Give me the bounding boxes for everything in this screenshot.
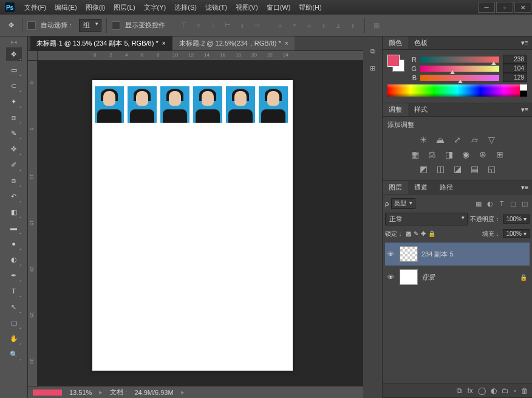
photo-filter-icon[interactable]: ◉ [460, 149, 472, 160]
add-mask-icon[interactable]: ◯ [478, 386, 486, 395]
auto-align-icon[interactable]: ▦ [370, 19, 383, 32]
align-hcenter-icon[interactable]: ⫮ [236, 19, 249, 32]
menu-file[interactable]: 文件(F) [21, 2, 50, 13]
tab-styles[interactable]: 样式 [408, 103, 434, 116]
pen-tool[interactable]: ✒ [6, 269, 22, 282]
posterize-icon[interactable]: ◫ [434, 163, 446, 174]
close-tab-icon[interactable]: × [285, 40, 288, 47]
history-panel-icon[interactable]: ⧉ [364, 44, 381, 58]
document-tab-2[interactable]: 未标题-2 @ 12.5%(234，RGB/8) *× [173, 36, 295, 50]
curves-icon[interactable]: ⤢ [451, 134, 463, 145]
threshold-icon[interactable]: ◪ [451, 163, 463, 174]
delete-layer-icon[interactable]: 🗑 [521, 386, 528, 395]
document-tab-1[interactable]: 未标题-1 @ 13.5% (234 副本 5, RGB/8) *× [30, 36, 172, 50]
exposure-icon[interactable]: ▱ [468, 134, 480, 145]
layer-item[interactable]: 👁 234 副本 5 [385, 242, 530, 266]
brush-tool[interactable]: ✐ [6, 158, 22, 171]
path-tool[interactable]: ↖ [6, 300, 22, 314]
dist-hcenter-icon[interactable]: ⫫ [332, 19, 345, 32]
auto-select-dropdown[interactable]: 组 [79, 19, 101, 32]
fill-value[interactable]: 100%▾ [503, 229, 530, 238]
tab-swatches[interactable]: 色板 [408, 36, 434, 49]
bw-icon[interactable]: ◨ [443, 149, 455, 160]
history-brush-tool[interactable]: ↶ [6, 190, 22, 203]
layer-style-icon[interactable]: fx [467, 386, 472, 395]
document-canvas[interactable] [92, 80, 293, 371]
menu-layer[interactable]: 图层(L) [110, 2, 138, 13]
lock-position-icon[interactable]: ✥ [421, 230, 426, 237]
blend-mode-dropdown[interactable]: 正常 [385, 213, 468, 225]
tab-color[interactable]: 颜色 [383, 36, 408, 49]
filter-adjust-icon[interactable]: ◐ [485, 199, 495, 208]
zoom-tool[interactable]: 🔍 [6, 348, 22, 361]
move-tool[interactable]: ✥ [6, 47, 22, 61]
align-top-icon[interactable]: ⊤ [177, 19, 191, 32]
menu-window[interactable]: 窗口(W) [263, 2, 295, 13]
g-value[interactable]: 104 [503, 64, 527, 73]
gradient-map-icon[interactable]: ▤ [468, 163, 480, 174]
selective-icon[interactable]: ◱ [485, 163, 497, 174]
balance-icon[interactable]: ⚖ [426, 149, 438, 160]
menu-filter[interactable]: 滤镜(T) [202, 2, 231, 13]
menu-help[interactable]: 帮助(H) [295, 2, 325, 13]
dodge-tool[interactable]: ◐ [6, 253, 22, 266]
minimize-button[interactable]: ─ [478, 2, 495, 13]
properties-panel-icon[interactable]: ⊞ [364, 61, 381, 75]
new-group-icon[interactable]: 🗀 [502, 386, 509, 395]
auto-select-checkbox[interactable] [27, 21, 36, 30]
gradient-tool[interactable]: ▬ [6, 221, 22, 235]
dist-top-icon[interactable]: ⫨ [273, 19, 287, 32]
tab-paths[interactable]: 路径 [434, 181, 459, 194]
zoom-level[interactable]: 13.51% [69, 389, 92, 396]
menu-image[interactable]: 图像(I) [82, 2, 109, 13]
lock-all-icon[interactable]: 🔒 [428, 230, 435, 237]
visibility-toggle-icon[interactable]: 👁 [387, 273, 396, 281]
mixer-icon[interactable]: ⊛ [477, 149, 489, 160]
b-value[interactable]: 129 [503, 73, 527, 82]
layer-name[interactable]: 234 副本 5 [421, 250, 527, 259]
tab-adjustments[interactable]: 调整 [383, 103, 408, 116]
hue-icon[interactable]: ▦ [409, 149, 421, 160]
ruler-vertical[interactable]: 0 5 10 15 20 25 30 [28, 61, 38, 386]
lut-icon[interactable]: ⊞ [494, 149, 506, 160]
filter-smart-icon[interactable]: ◫ [520, 199, 530, 208]
tab-layers[interactable]: 图层 [383, 181, 408, 194]
g-slider[interactable] [420, 66, 499, 72]
lock-transparent-icon[interactable]: ▩ [406, 230, 411, 237]
align-bottom-icon[interactable]: ⊥ [206, 19, 220, 32]
invert-icon[interactable]: ◩ [417, 163, 429, 174]
menu-view[interactable]: 视图(V) [232, 2, 262, 13]
panel-menu-icon[interactable]: ▾≡ [517, 39, 532, 47]
fg-color-swatch[interactable] [387, 55, 400, 67]
filter-shape-icon[interactable]: ▢ [508, 199, 518, 208]
menu-select[interactable]: 选择(S) [171, 2, 200, 13]
dist-left-icon[interactable]: ⫪ [317, 19, 330, 32]
close-tab-icon[interactable]: × [162, 40, 166, 47]
type-tool[interactable]: T [6, 284, 22, 298]
layer-name[interactable]: 背景 [421, 273, 516, 282]
dist-vcenter-icon[interactable]: ⫩ [288, 19, 301, 32]
blur-tool[interactable]: ● [6, 237, 22, 250]
align-right-icon[interactable]: ⊣ [250, 19, 264, 32]
align-left-icon[interactable]: ⊢ [221, 19, 234, 32]
lock-pixels-icon[interactable]: ✎ [414, 230, 418, 237]
lasso-tool[interactable]: ⊂ [6, 79, 22, 92]
visibility-toggle-icon[interactable]: 👁 [387, 250, 396, 258]
dist-right-icon[interactable]: ⫪ [346, 19, 360, 32]
new-layer-icon[interactable]: ▫ [514, 386, 516, 395]
dist-bottom-icon[interactable]: ⫨ [302, 19, 316, 32]
color-spectrum[interactable] [387, 84, 527, 97]
stamp-tool[interactable]: ⧇ [6, 174, 22, 187]
r-slider[interactable] [420, 57, 499, 63]
opacity-value[interactable]: 100%▾ [503, 214, 530, 224]
filter-type-icon[interactable]: T [497, 199, 506, 208]
wand-tool[interactable]: ✦ [6, 95, 22, 108]
menu-type[interactable]: 文字(Y) [140, 2, 170, 13]
maximize-button[interactable]: ▫ [496, 2, 513, 13]
layer-item[interactable]: 👁 背景 🔒 [385, 266, 530, 289]
heal-tool[interactable]: ✜ [6, 142, 22, 156]
filter-pixel-icon[interactable]: ▦ [474, 199, 483, 208]
panel-menu-icon[interactable]: ▾≡ [517, 106, 532, 114]
levels-icon[interactable]: ⛰ [434, 134, 446, 145]
layer-thumbnail[interactable] [400, 269, 418, 285]
